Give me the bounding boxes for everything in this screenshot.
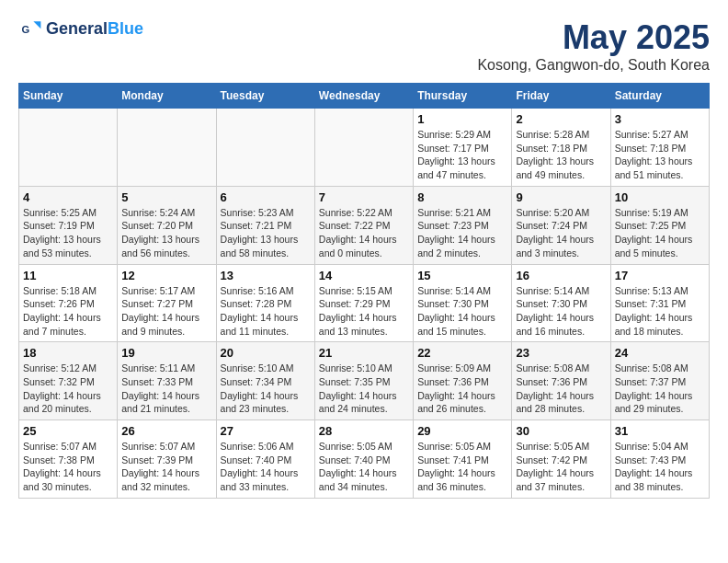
calendar-cell: 22Sunrise: 5:09 AM Sunset: 7:36 PM Dayli… (414, 342, 512, 420)
logo: G GeneralBlue (18, 18, 143, 40)
calendar-cell: 21Sunrise: 5:10 AM Sunset: 7:35 PM Dayli… (314, 342, 413, 420)
day-detail: Sunrise: 5:25 AM Sunset: 7:19 PM Dayligh… (23, 206, 113, 260)
day-detail: Sunrise: 5:27 AM Sunset: 7:18 PM Dayligh… (615, 128, 705, 182)
calendar-cell: 11Sunrise: 5:18 AM Sunset: 7:26 PM Dayli… (19, 264, 118, 342)
day-detail: Sunrise: 5:28 AM Sunset: 7:18 PM Dayligh… (516, 128, 606, 182)
day-number: 10 (615, 190, 705, 204)
calendar-cell: 24Sunrise: 5:08 AM Sunset: 7:37 PM Dayli… (610, 342, 709, 420)
day-header-friday: Friday (512, 84, 610, 109)
day-number: 15 (417, 269, 507, 282)
calendar-cell: 20Sunrise: 5:10 AM Sunset: 7:34 PM Dayli… (216, 342, 314, 420)
day-detail: Sunrise: 5:08 AM Sunset: 7:36 PM Dayligh… (516, 362, 606, 416)
day-detail: Sunrise: 5:10 AM Sunset: 7:34 PM Dayligh… (221, 362, 311, 416)
calendar-cell: 18Sunrise: 5:12 AM Sunset: 7:32 PM Dayli… (19, 342, 118, 420)
calendar-cell: 29Sunrise: 5:05 AM Sunset: 7:41 PM Dayli… (414, 420, 512, 499)
calendar-title: May 2025 (477, 18, 710, 57)
calendar-cell: 17Sunrise: 5:13 AM Sunset: 7:31 PM Dayli… (610, 264, 709, 342)
day-detail: Sunrise: 5:05 AM Sunset: 7:40 PM Dayligh… (319, 440, 409, 494)
day-detail: Sunrise: 5:18 AM Sunset: 7:26 PM Dayligh… (23, 284, 113, 339)
day-number: 24 (615, 346, 705, 360)
title-block: May 2025 Kosong, Gangwon-do, South Korea (477, 18, 710, 74)
calendar-cell: 28Sunrise: 5:05 AM Sunset: 7:40 PM Dayli… (314, 420, 413, 499)
calendar-cell: 19Sunrise: 5:11 AM Sunset: 7:33 PM Dayli… (118, 342, 216, 420)
day-header-monday: Monday (118, 84, 216, 109)
day-detail: Sunrise: 5:06 AM Sunset: 7:40 PM Dayligh… (221, 440, 311, 494)
calendar-cell: 26Sunrise: 5:07 AM Sunset: 7:39 PM Dayli… (118, 420, 216, 499)
day-detail: Sunrise: 5:19 AM Sunset: 7:25 PM Dayligh… (615, 206, 705, 260)
calendar-header-row: SundayMondayTuesdayWednesdayThursdayFrid… (19, 84, 710, 109)
day-number: 23 (516, 346, 606, 360)
day-number: 1 (417, 112, 507, 126)
calendar-cell: 27Sunrise: 5:06 AM Sunset: 7:40 PM Dayli… (216, 420, 314, 499)
day-number: 18 (23, 346, 113, 360)
day-number: 26 (121, 424, 211, 438)
day-detail: Sunrise: 5:14 AM Sunset: 7:30 PM Dayligh… (516, 284, 606, 339)
calendar-cell: 7Sunrise: 5:22 AM Sunset: 7:22 PM Daylig… (314, 186, 413, 264)
day-detail: Sunrise: 5:15 AM Sunset: 7:29 PM Dayligh… (319, 284, 409, 339)
day-number: 5 (121, 190, 211, 204)
day-detail: Sunrise: 5:07 AM Sunset: 7:39 PM Dayligh… (121, 440, 211, 494)
calendar-cell: 23Sunrise: 5:08 AM Sunset: 7:36 PM Dayli… (512, 342, 610, 420)
day-number: 22 (417, 346, 507, 360)
day-detail: Sunrise: 5:13 AM Sunset: 7:31 PM Dayligh… (615, 284, 705, 339)
day-detail: Sunrise: 5:11 AM Sunset: 7:33 PM Dayligh… (121, 362, 211, 416)
day-detail: Sunrise: 5:16 AM Sunset: 7:28 PM Dayligh… (221, 284, 311, 339)
day-detail: Sunrise: 5:21 AM Sunset: 7:23 PM Dayligh… (417, 206, 507, 260)
day-detail: Sunrise: 5:17 AM Sunset: 7:27 PM Dayligh… (121, 284, 211, 339)
day-detail: Sunrise: 5:12 AM Sunset: 7:32 PM Dayligh… (23, 362, 113, 416)
day-number: 25 (23, 424, 113, 438)
day-number: 11 (23, 269, 113, 282)
calendar-subtitle: Kosong, Gangwon-do, South Korea (477, 57, 710, 74)
svg-marker-1 (33, 21, 40, 29)
calendar-table: SundayMondayTuesdayWednesdayThursdayFrid… (18, 83, 710, 499)
page-header: G GeneralBlue May 2025 Kosong, Gangwon-d… (18, 18, 710, 74)
day-number: 29 (417, 424, 507, 438)
day-number: 27 (221, 424, 311, 438)
day-detail: Sunrise: 5:29 AM Sunset: 7:17 PM Dayligh… (417, 128, 507, 182)
calendar-cell (216, 109, 314, 187)
svg-text:G: G (22, 24, 30, 35)
calendar-cell: 3Sunrise: 5:27 AM Sunset: 7:18 PM Daylig… (610, 109, 709, 187)
calendar-cell: 8Sunrise: 5:21 AM Sunset: 7:23 PM Daylig… (414, 186, 512, 264)
day-number: 9 (516, 190, 606, 204)
logo-icon: G (20, 18, 42, 40)
day-detail: Sunrise: 5:04 AM Sunset: 7:43 PM Dayligh… (615, 440, 705, 494)
calendar-week-row: 1Sunrise: 5:29 AM Sunset: 7:17 PM Daylig… (19, 109, 710, 187)
day-detail: Sunrise: 5:10 AM Sunset: 7:35 PM Dayligh… (319, 362, 409, 416)
day-number: 28 (319, 424, 409, 438)
day-detail: Sunrise: 5:05 AM Sunset: 7:42 PM Dayligh… (516, 440, 606, 494)
day-number: 19 (121, 346, 211, 360)
calendar-cell (118, 109, 216, 187)
day-number: 30 (516, 424, 606, 438)
calendar-cell: 16Sunrise: 5:14 AM Sunset: 7:30 PM Dayli… (512, 264, 610, 342)
calendar-cell: 10Sunrise: 5:19 AM Sunset: 7:25 PM Dayli… (610, 186, 709, 264)
day-number: 31 (615, 424, 705, 438)
day-detail: Sunrise: 5:14 AM Sunset: 7:30 PM Dayligh… (417, 284, 507, 339)
calendar-cell: 25Sunrise: 5:07 AM Sunset: 7:38 PM Dayli… (19, 420, 118, 499)
day-detail: Sunrise: 5:08 AM Sunset: 7:37 PM Dayligh… (615, 362, 705, 416)
day-detail: Sunrise: 5:22 AM Sunset: 7:22 PM Dayligh… (319, 206, 409, 260)
day-detail: Sunrise: 5:05 AM Sunset: 7:41 PM Dayligh… (417, 440, 507, 494)
day-number: 21 (319, 346, 409, 360)
calendar-cell: 15Sunrise: 5:14 AM Sunset: 7:30 PM Dayli… (414, 264, 512, 342)
calendar-week-row: 11Sunrise: 5:18 AM Sunset: 7:26 PM Dayli… (19, 264, 710, 342)
calendar-cell: 12Sunrise: 5:17 AM Sunset: 7:27 PM Dayli… (118, 264, 216, 342)
day-header-wednesday: Wednesday (314, 84, 413, 109)
day-number: 6 (221, 190, 311, 204)
day-number: 14 (319, 269, 409, 282)
day-header-sunday: Sunday (19, 84, 118, 109)
calendar-cell: 5Sunrise: 5:24 AM Sunset: 7:20 PM Daylig… (118, 186, 216, 264)
day-detail: Sunrise: 5:07 AM Sunset: 7:38 PM Dayligh… (23, 440, 113, 494)
calendar-cell (314, 109, 413, 187)
day-number: 4 (23, 190, 113, 204)
calendar-week-row: 25Sunrise: 5:07 AM Sunset: 7:38 PM Dayli… (19, 420, 710, 499)
day-header-tuesday: Tuesday (216, 84, 314, 109)
day-number: 2 (516, 112, 606, 126)
calendar-cell: 9Sunrise: 5:20 AM Sunset: 7:24 PM Daylig… (512, 186, 610, 264)
calendar-cell: 2Sunrise: 5:28 AM Sunset: 7:18 PM Daylig… (512, 109, 610, 187)
calendar-cell: 30Sunrise: 5:05 AM Sunset: 7:42 PM Dayli… (512, 420, 610, 499)
calendar-cell: 13Sunrise: 5:16 AM Sunset: 7:28 PM Dayli… (216, 264, 314, 342)
calendar-cell: 14Sunrise: 5:15 AM Sunset: 7:29 PM Dayli… (314, 264, 413, 342)
calendar-cell: 6Sunrise: 5:23 AM Sunset: 7:21 PM Daylig… (216, 186, 314, 264)
day-number: 12 (121, 269, 211, 282)
